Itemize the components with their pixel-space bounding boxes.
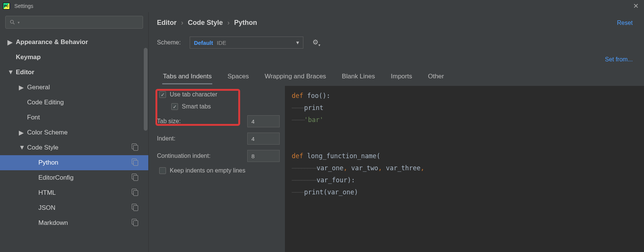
scheme-switcher-icon[interactable] xyxy=(132,159,139,167)
code-line: def foo(): xyxy=(292,90,637,102)
breadcrumb-separator-icon: › xyxy=(227,19,230,27)
code-line xyxy=(292,138,637,150)
tabs-indents-form: Use tab character Smart tabs Tab size: I… xyxy=(157,86,285,252)
sidebar-item-label: Font xyxy=(27,114,40,121)
scheme-switcher-icon[interactable] xyxy=(132,144,139,152)
sidebar-item-general[interactable]: ▶General xyxy=(0,80,148,95)
sidebar-item-code-style[interactable]: ▼Code Style xyxy=(0,140,148,155)
settings-sidebar: ▾ ▶Appearance & BehaviorKeymap▼Editor▶Ge… xyxy=(0,12,149,252)
tab-size-label: Tab size: xyxy=(157,118,181,125)
sidebar-item-label: Markdown xyxy=(38,219,68,227)
sidebar-item-label: Keymap xyxy=(16,53,41,61)
indent-input[interactable] xyxy=(247,133,280,145)
titlebar: PC Settings ✕ xyxy=(0,0,644,12)
code-line: ————————var_four): xyxy=(292,174,637,186)
settings-content: Editor›Code Style›Python Reset Scheme: D… xyxy=(149,12,644,252)
svg-point-0 xyxy=(11,20,14,23)
chevron-right-icon: ▶ xyxy=(19,84,24,92)
continuation-indent-input[interactable] xyxy=(247,150,280,162)
sidebar-item-label: EditorConfig xyxy=(38,174,74,182)
keep-indents-label: Keep indents on empty lines xyxy=(170,167,245,174)
tab-size-input[interactable] xyxy=(247,115,280,127)
gear-icon[interactable]: ⚙▾ xyxy=(312,38,320,47)
scheme-switcher-icon[interactable] xyxy=(132,204,139,212)
breadcrumb-item[interactable]: Python xyxy=(234,19,257,27)
scheme-label: Scheme: xyxy=(157,39,181,46)
scheme-selected-scope: IDE xyxy=(217,40,226,46)
scheme-dropdown[interactable]: Default IDE ▾ xyxy=(190,37,303,49)
tab-spaces[interactable]: Spaces xyxy=(227,70,250,84)
code-preview: def foo():————print————'bar' def long_fu… xyxy=(285,86,644,252)
sidebar-item-html[interactable]: HTML xyxy=(0,185,148,200)
scheme-switcher-icon[interactable] xyxy=(132,189,139,197)
sidebar-item-appearance-behavior[interactable]: ▶Appearance & Behavior xyxy=(0,35,148,50)
sidebar-item-json[interactable]: JSON xyxy=(0,200,148,215)
set-from-link[interactable]: Set from... xyxy=(605,56,633,63)
chevron-down-icon: ▼ xyxy=(19,144,24,151)
search-icon xyxy=(9,19,15,25)
breadcrumb-separator-icon: › xyxy=(181,19,183,27)
sidebar-item-editorconfig[interactable]: EditorConfig xyxy=(0,170,148,185)
scheme-selected-name: Default xyxy=(194,40,213,46)
search-input[interactable]: ▾ xyxy=(5,16,143,29)
sidebar-item-editor[interactable]: ▼Editor xyxy=(0,65,148,80)
breadcrumb-item[interactable]: Code Style xyxy=(188,19,223,27)
sidebar-item-markdown[interactable]: Markdown xyxy=(0,215,148,231)
sidebar-item-label: Color Scheme xyxy=(27,129,68,136)
use-tab-character-label: Use tab character xyxy=(170,91,217,98)
code-line: ————————var_one, var_two, var_three, xyxy=(292,162,637,174)
breadcrumb: Editor›Code Style›Python xyxy=(157,19,257,27)
sidebar-item-label: Code Style xyxy=(27,144,58,151)
sidebar-item-keymap[interactable]: Keymap xyxy=(0,50,148,65)
keep-indents-checkbox[interactable] xyxy=(159,167,166,174)
scheme-switcher-icon[interactable] xyxy=(132,174,139,182)
code-style-tabs: Tabs and IndentsSpacesWrapping and Brace… xyxy=(157,70,644,84)
breadcrumb-item[interactable]: Editor xyxy=(157,19,177,27)
window-title: Settings xyxy=(14,3,33,9)
code-line: ————'bar' xyxy=(292,114,637,126)
sidebar-item-code-editing[interactable]: Code Editing xyxy=(0,95,148,110)
sidebar-item-label: JSON xyxy=(38,204,55,212)
scheme-switcher-icon[interactable] xyxy=(132,219,139,228)
chevron-right-icon: ▶ xyxy=(8,38,13,46)
sidebar-item-color-scheme[interactable]: ▶Color Scheme xyxy=(0,125,148,140)
sidebar-item-python[interactable]: Python xyxy=(0,155,148,170)
chevron-right-icon: ▶ xyxy=(19,129,24,137)
close-icon[interactable]: ✕ xyxy=(631,2,641,10)
code-line: ————print xyxy=(292,102,637,114)
code-line xyxy=(292,126,637,138)
chevron-down-icon: ▾ xyxy=(296,39,299,46)
sidebar-item-label: Python xyxy=(38,159,58,166)
smart-tabs-label: Smart tabs xyxy=(182,103,211,110)
use-tab-character-checkbox[interactable] xyxy=(159,91,166,98)
tab-imports[interactable]: Imports xyxy=(390,70,413,84)
tab-blank-lines[interactable]: Blank Lines xyxy=(341,70,376,84)
code-line: ————print(var_one) xyxy=(292,186,637,198)
tab-wrapping-and-braces[interactable]: Wrapping and Braces xyxy=(264,70,327,84)
sidebar-item-label: Code Editing xyxy=(27,99,64,106)
sidebar-item-font[interactable]: Font xyxy=(0,110,148,125)
indent-label: Indent: xyxy=(157,135,175,142)
smart-tabs-checkbox[interactable] xyxy=(171,103,178,110)
reset-link[interactable]: Reset xyxy=(617,20,633,26)
sidebar-item-label: Editor xyxy=(16,69,34,76)
code-line: def long_function_name( xyxy=(292,150,637,162)
app-icon: PC xyxy=(3,3,10,9)
continuation-indent-label: Continuation indent: xyxy=(157,153,210,159)
sidebar-item-label: General xyxy=(27,84,50,91)
sidebar-item-label: HTML xyxy=(38,189,56,197)
tab-tabs-and-indents[interactable]: Tabs and Indents xyxy=(162,70,212,84)
svg-line-1 xyxy=(13,23,14,24)
sidebar-scrollbar[interactable] xyxy=(143,33,148,252)
sidebar-item-label: Appearance & Behavior xyxy=(16,38,88,46)
settings-tree: ▶Appearance & BehaviorKeymap▼Editor▶Gene… xyxy=(0,32,148,252)
chevron-down-icon: ▼ xyxy=(8,69,13,76)
tab-other[interactable]: Other xyxy=(427,70,445,84)
